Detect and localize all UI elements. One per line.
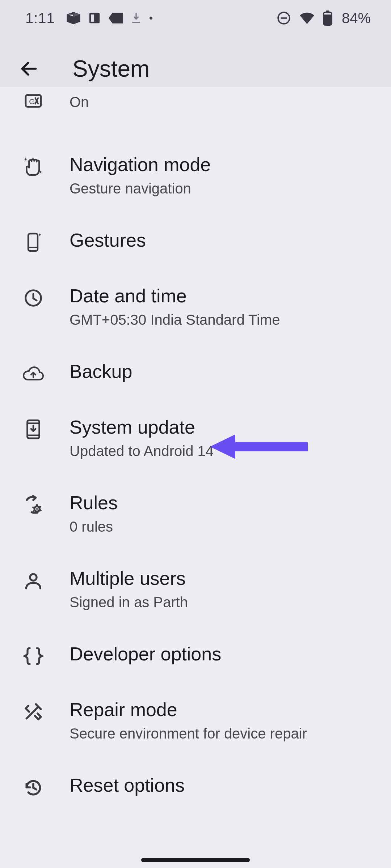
arrow-back-icon	[19, 59, 39, 79]
svg-marker-4	[109, 13, 123, 23]
row-reset-options[interactable]: Reset options	[0, 758, 391, 814]
row-subtitle: GMT+05:30 India Standard Time	[70, 310, 280, 329]
row-navigation-mode[interactable]: Navigation mode Gesture navigation	[0, 138, 391, 213]
phone-download-icon	[22, 418, 45, 441]
person-icon	[22, 569, 45, 592]
row-system-update[interactable]: System update Updated to Android 14	[0, 400, 391, 476]
navigation-bar[interactable]	[0, 858, 391, 862]
row-subtitle: Gesture navigation	[70, 179, 211, 198]
tag-notification-icon	[109, 13, 123, 24]
clock-icon	[22, 286, 45, 310]
row-subtitle: Secure environment for device repair	[70, 724, 307, 743]
battery-percentage: 84%	[342, 10, 371, 26]
row-title: Developer options	[70, 642, 221, 666]
status-right: 84%	[277, 10, 371, 26]
svg-rect-2	[89, 13, 100, 23]
translate-icon: G	[22, 89, 45, 112]
status-clock: 1:11	[25, 10, 55, 26]
row-title: Backup	[70, 360, 132, 383]
wifi-icon	[299, 12, 315, 25]
row-title: Gestures	[70, 229, 146, 252]
dot-notification-icon	[149, 16, 153, 20]
row-multiple-users[interactable]: Multiple users Signed in as Parth	[0, 552, 391, 627]
nav-pill[interactable]	[141, 858, 250, 862]
row-developer-options[interactable]: Developer options	[0, 627, 391, 683]
row-backup[interactable]: Backup	[0, 345, 391, 400]
page-title: System	[72, 55, 150, 82]
row-title: Date and time	[70, 284, 280, 308]
status-left: 1:11	[25, 10, 153, 26]
row-gestures[interactable]: Gestures	[0, 213, 391, 269]
restore-icon	[22, 776, 45, 799]
svg-text:G: G	[29, 97, 35, 106]
svg-rect-14	[28, 234, 38, 251]
row-title: Multiple users	[70, 567, 188, 590]
hand-sparkle-icon	[22, 155, 45, 178]
row-date-time[interactable]: Date and time GMT+05:30 India Standard T…	[0, 269, 391, 345]
tools-icon	[22, 700, 45, 723]
row-subtitle: Signed in as Parth	[70, 592, 188, 612]
download-notification-icon	[131, 12, 141, 24]
row-subtitle: 0 rules	[70, 517, 118, 536]
braces-icon	[22, 644, 45, 668]
row-title: Navigation mode	[70, 153, 211, 176]
cloud-upload-icon	[22, 362, 45, 385]
svg-rect-3	[91, 14, 94, 22]
row-repair-mode[interactable]: Repair mode Secure environment for devic…	[0, 683, 391, 758]
row-title: System update	[70, 416, 214, 439]
row-subtitle: Updated to Android 14	[70, 441, 214, 461]
dnd-icon	[277, 11, 291, 25]
row-rules[interactable]: Rules 0 rules	[0, 476, 391, 552]
rules-icon	[22, 493, 45, 516]
svg-point-22	[30, 574, 37, 580]
row-subtitle: On	[70, 92, 187, 112]
battery-icon	[323, 10, 332, 26]
row-live-translate[interactable]: G Live Translate On	[0, 87, 391, 138]
box-notification-icon	[67, 12, 80, 24]
row-title: Reset options	[70, 774, 185, 797]
row-title: Rules	[70, 491, 118, 515]
settings-list[interactable]: G Live Translate On Navigation mode Gest…	[0, 87, 391, 814]
back-button[interactable]	[14, 54, 43, 83]
panel-notification-icon	[88, 12, 101, 24]
status-bar: 1:11 84%	[0, 0, 391, 36]
svg-point-6	[150, 17, 152, 20]
phone-sparkle-icon	[22, 231, 45, 254]
svg-marker-0	[67, 15, 73, 24]
svg-rect-11	[324, 14, 332, 25]
row-title: Repair mode	[70, 698, 307, 722]
svg-point-21	[36, 508, 38, 510]
